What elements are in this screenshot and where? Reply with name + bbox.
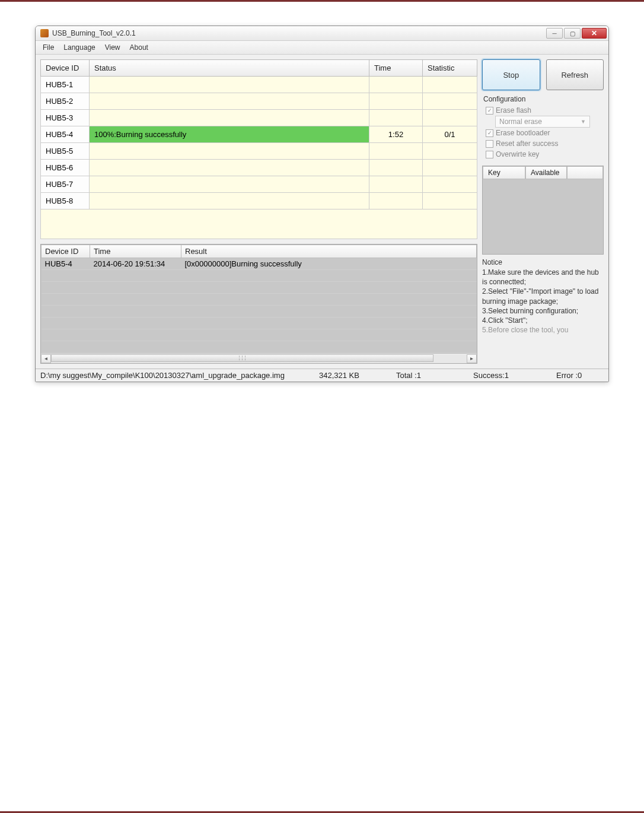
- device-id-cell: HUB5-3: [41, 110, 90, 126]
- status-size: 342,321 KB: [307, 371, 396, 380]
- table-row[interactable]: HUB5-1: [41, 77, 477, 93]
- statistic-cell: [423, 77, 477, 93]
- log-result-cell: [181, 270, 477, 282]
- header-status[interactable]: Status: [90, 60, 369, 77]
- log-device-cell: [42, 282, 90, 294]
- erase-mode-select[interactable]: Normal erase ▼: [495, 116, 590, 128]
- reset-after-success-label: Reset after success: [496, 139, 558, 148]
- time-cell: [369, 193, 423, 209]
- time-cell: [369, 160, 423, 176]
- log-device-cell: [42, 341, 90, 353]
- time-cell: [369, 93, 423, 110]
- menu-file[interactable]: File: [39, 42, 58, 53]
- menu-about[interactable]: About: [126, 42, 152, 53]
- menu-bar: File Language View About: [36, 41, 608, 55]
- table-row[interactable]: HUB5-2: [41, 93, 477, 110]
- status-cell: [90, 77, 369, 93]
- notice-line-1: 1.Make sure the devices and the hub is c…: [482, 268, 604, 287]
- header-device-id[interactable]: Device ID: [41, 60, 90, 77]
- status-cell: [90, 93, 369, 110]
- overwrite-key-label: Overwirte key: [496, 150, 539, 158]
- log-time-cell: [90, 341, 181, 353]
- log-row[interactable]: [42, 341, 477, 353]
- time-cell: [369, 77, 423, 93]
- key-panel: Key Available: [482, 166, 604, 255]
- window-title: USB_Burning_Tool_v2.0.1: [52, 29, 136, 37]
- log-result-cell: [181, 294, 477, 306]
- scroll-track[interactable]: ╎╎╎: [51, 354, 467, 363]
- table-row[interactable]: HUB5-7: [41, 176, 477, 193]
- log-time-cell: [90, 270, 181, 282]
- notice-line-5: 5.Before close the tool, you: [482, 325, 604, 335]
- device-id-cell: HUB5-7: [41, 176, 90, 193]
- reset-after-success-checkbox[interactable]: [486, 140, 493, 148]
- table-row[interactable]: HUB5-5: [41, 143, 477, 160]
- scroll-thumb[interactable]: ╎╎╎: [51, 354, 433, 362]
- statistic-cell: [423, 160, 477, 176]
- status-error: Error :0: [556, 371, 604, 380]
- overwrite-key-checkbox[interactable]: [486, 151, 493, 158]
- minimize-button[interactable]: ─: [546, 28, 563, 39]
- log-device-cell: [42, 306, 90, 317]
- status-cell: 100%:Burning successfully: [90, 126, 369, 143]
- erase-bootloader-label: Erase bootloader: [496, 129, 550, 137]
- device-table: Device ID Status Time Statistic HUB5-1HU…: [40, 59, 477, 209]
- erase-flash-checkbox[interactable]: ✓: [486, 107, 493, 115]
- menu-view[interactable]: View: [101, 42, 124, 53]
- statistic-cell: [423, 193, 477, 209]
- log-time-cell: [90, 282, 181, 294]
- log-result-cell: [0x00000000]Burning successfully: [181, 258, 477, 270]
- status-cell: [90, 193, 369, 209]
- erase-bootloader-checkbox[interactable]: ✓: [486, 129, 493, 137]
- header-time[interactable]: Time: [369, 60, 423, 77]
- log-row[interactable]: [42, 282, 477, 294]
- log-row[interactable]: [42, 329, 477, 341]
- erase-flash-label: Erase flash: [496, 106, 531, 115]
- scroll-left-icon[interactable]: ◄: [41, 354, 51, 363]
- log-header-device-id[interactable]: Device ID: [42, 245, 90, 258]
- scroll-right-icon[interactable]: ►: [467, 354, 477, 363]
- table-row[interactable]: HUB5-4100%:Burning successfully1:520/1: [41, 126, 477, 143]
- notice-line-4: 4.Click "Start";: [482, 316, 604, 325]
- log-result-cell: [181, 282, 477, 294]
- statistic-cell: [423, 110, 477, 126]
- device-id-cell: HUB5-5: [41, 143, 90, 160]
- table-row[interactable]: HUB5-8: [41, 193, 477, 209]
- device-id-cell: HUB5-1: [41, 77, 90, 93]
- horizontal-scrollbar[interactable]: ◄ ╎╎╎ ►: [41, 353, 477, 363]
- notice-title: Notice: [482, 258, 604, 266]
- refresh-button[interactable]: Refresh: [546, 59, 604, 90]
- notice-line-3: 3.Select burning configuration;: [482, 306, 604, 316]
- log-row[interactable]: HUB5-42014-06-20 19:51:34[0x00000000]Bur…: [42, 258, 477, 270]
- time-cell: [369, 110, 423, 126]
- key-header-available[interactable]: Available: [525, 166, 567, 179]
- device-id-cell: HUB5-8: [41, 193, 90, 209]
- status-cell: [90, 143, 369, 160]
- table-row[interactable]: HUB5-6: [41, 160, 477, 176]
- status-path: D:\my suggest\My_compile\K100\20130327\a…: [40, 371, 307, 380]
- statistic-cell: [423, 143, 477, 160]
- log-result-cell: [181, 317, 477, 329]
- log-row[interactable]: [42, 270, 477, 282]
- log-header-result[interactable]: Result: [181, 245, 477, 258]
- log-header-time[interactable]: Time: [90, 245, 181, 258]
- config-section: Configuration ✓ Erase flash Normal erase…: [482, 94, 604, 162]
- log-time-cell: [90, 317, 181, 329]
- dropdown-icon: ▼: [581, 119, 586, 125]
- log-row[interactable]: [42, 306, 477, 317]
- stop-button[interactable]: Stop: [482, 59, 540, 90]
- maximize-button[interactable]: ▢: [564, 28, 581, 39]
- log-device-cell: HUB5-4: [42, 258, 90, 270]
- menu-language[interactable]: Language: [60, 42, 98, 53]
- erase-mode-value: Normal erase: [499, 117, 542, 126]
- title-bar: USB_Burning_Tool_v2.0.1 ─ ▢ ✕: [36, 26, 608, 41]
- log-row[interactable]: [42, 294, 477, 306]
- log-device-cell: [42, 294, 90, 306]
- log-row[interactable]: [42, 317, 477, 329]
- notice-body: 1.Make sure the devices and the hub is c…: [482, 268, 604, 350]
- close-button[interactable]: ✕: [582, 28, 607, 39]
- header-statistic[interactable]: Statistic: [423, 60, 477, 77]
- app-window: USB_Burning_Tool_v2.0.1 ─ ▢ ✕ File Langu…: [35, 26, 609, 382]
- table-row[interactable]: HUB5-3: [41, 110, 477, 126]
- key-header-key[interactable]: Key: [483, 166, 525, 179]
